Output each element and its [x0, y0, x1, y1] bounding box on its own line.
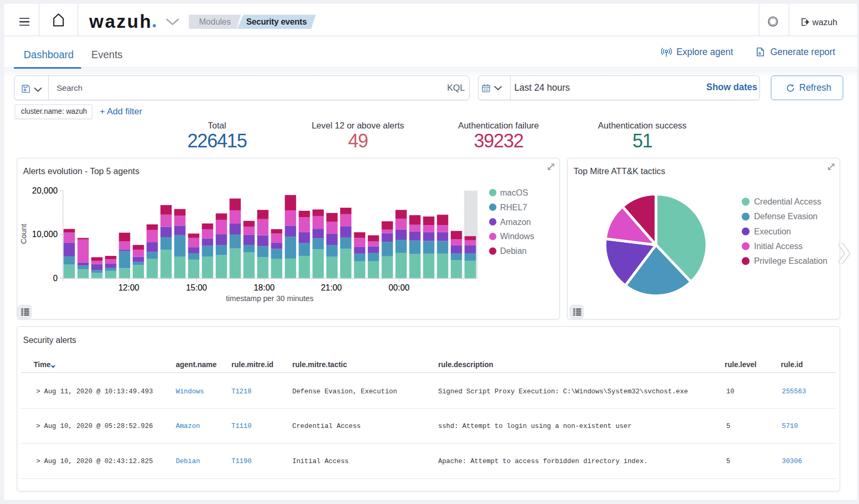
svg-text:Amazon: Amazon [500, 218, 531, 227]
svg-text:Windows: Windows [500, 232, 534, 241]
svg-text:Debian: Debian [500, 246, 527, 255]
svg-text:RHEL7: RHEL7 [500, 203, 527, 212]
svg-text:12:00: 12:00 [118, 283, 139, 292]
svg-text:0: 0 [53, 274, 58, 283]
svg-text:Count: Count [19, 224, 28, 244]
svg-text:Defense Evasion: Defense Evasion [754, 212, 818, 221]
svg-text:Credential Access: Credential Access [754, 197, 821, 206]
svg-text:macOS: macOS [500, 188, 528, 197]
svg-text:timestamp per 30 minutes: timestamp per 30 minutes [226, 294, 314, 303]
svg-text:Privilege Escalation: Privilege Escalation [754, 256, 828, 265]
svg-text:18:00: 18:00 [253, 283, 274, 292]
svg-text:10,000: 10,000 [32, 230, 58, 239]
svg-text:15:00: 15:00 [186, 283, 207, 292]
svg-text:Initial Access: Initial Access [754, 242, 802, 251]
svg-text:21:00: 21:00 [321, 283, 342, 292]
svg-text:00:00: 00:00 [388, 283, 409, 292]
svg-text:20,000: 20,000 [32, 186, 58, 195]
svg-text:Execution: Execution [754, 227, 791, 236]
